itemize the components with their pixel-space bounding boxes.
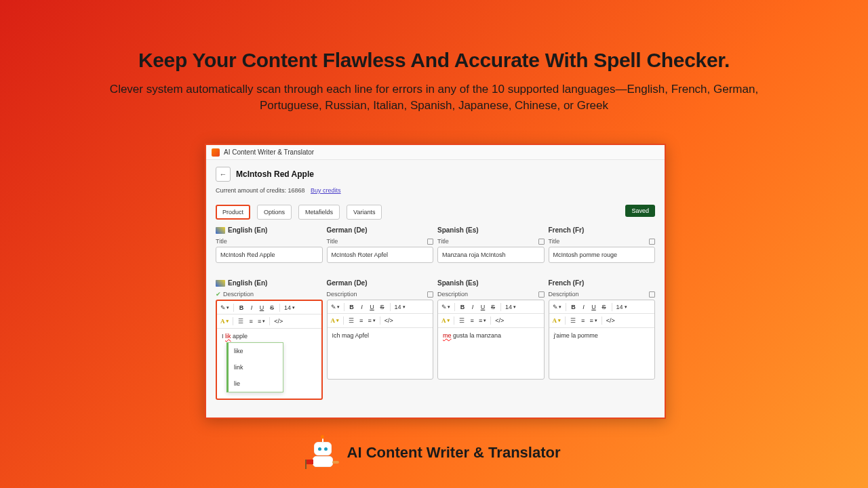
ai-magic-button[interactable] <box>330 302 340 312</box>
list-ul-button[interactable]: ☰ <box>237 317 245 326</box>
brand-name: AI Content Writer & Translator <box>347 444 561 462</box>
credits-text: Current amount of credits: 16868 <box>216 187 305 194</box>
editor-es[interactable]: B I U S 14 A ☰ ≡ ≡ </> me gusta la manza… <box>437 300 545 380</box>
bold-button[interactable]: B <box>237 303 245 312</box>
title-row: English (En) Title German (De) Title Spa… <box>206 220 665 263</box>
tab-metafields[interactable]: Metafields <box>298 205 340 220</box>
copy-icon[interactable] <box>427 291 433 298</box>
italic-button[interactable]: I <box>469 302 477 312</box>
title-label-de: Title <box>327 238 434 245</box>
strike-button[interactable]: S <box>268 303 276 312</box>
editor-body-en[interactable]: I lik apple like link lie <box>217 329 321 400</box>
editor-de[interactable]: B I U S 14 A ☰ ≡ ≡ </> Ich mag Apfel <box>327 300 434 380</box>
list-ol-button[interactable]: ≡ <box>468 316 476 325</box>
check-icon: ✔ <box>216 291 221 298</box>
editor-toolbar-2: A ☰ ≡ ≡ </> <box>328 314 433 328</box>
list-ol-button[interactable]: ≡ <box>357 316 366 325</box>
title-label-en: Title <box>216 238 323 245</box>
font-size-select[interactable]: 14 <box>505 302 517 312</box>
spell-error-word[interactable]: me <box>443 332 452 339</box>
editor-body-es[interactable]: me gusta la manzana <box>438 328 544 380</box>
ai-magic-button[interactable] <box>441 302 451 312</box>
font-size-select[interactable]: 14 <box>616 302 628 312</box>
desc-label-es: Description <box>437 291 545 298</box>
copy-icon[interactable] <box>649 291 655 298</box>
font-color-button[interactable]: A <box>552 316 561 325</box>
align-button[interactable]: ≡ <box>368 316 376 325</box>
italic-button[interactable]: I <box>358 302 366 312</box>
list-ul-button[interactable]: ☰ <box>569 316 577 325</box>
list-ol-button[interactable]: ≡ <box>579 316 587 325</box>
col-fr-desc: French (Fr) Description B I U S 14 A ☰ ≡ <box>549 279 656 400</box>
hero-title: Keep Your Content Flawless And Accurate … <box>0 0 868 72</box>
font-size-select[interactable]: 14 <box>394 302 406 312</box>
strike-button[interactable]: S <box>600 302 608 312</box>
code-button[interactable]: </> <box>384 316 394 325</box>
font-color-button[interactable]: A <box>441 316 450 325</box>
ai-magic-button[interactable] <box>552 302 562 312</box>
col-en-desc: English (En) ✔Description B I U S 14 A <box>216 279 323 400</box>
italic-button[interactable]: I <box>580 302 588 312</box>
desc-label-de: Description <box>327 291 434 298</box>
tab-product[interactable]: Product <box>216 205 250 220</box>
lang-name-en: English (En) <box>228 226 267 234</box>
align-button[interactable]: ≡ <box>478 316 487 325</box>
copy-icon[interactable] <box>427 239 433 245</box>
underline-button[interactable]: U <box>590 302 598 312</box>
list-ul-button[interactable]: ☰ <box>347 316 355 325</box>
tabs-row: Product Options Metafields Variants Save… <box>206 201 665 220</box>
product-header: ← McIntosh Red Apple <box>206 160 665 184</box>
copy-icon[interactable] <box>538 291 545 298</box>
align-button[interactable]: ≡ <box>589 316 598 325</box>
editor-en[interactable]: B I U S 14 A ☰ ≡ ≡ </> I lik ap <box>216 300 323 400</box>
code-button[interactable]: </> <box>606 316 616 325</box>
tab-options[interactable]: Options <box>257 205 292 220</box>
translate-icon <box>216 227 225 234</box>
lang-header-en-2: English (En) <box>216 279 323 287</box>
tab-variants[interactable]: Variants <box>347 205 382 220</box>
ai-magic-button[interactable] <box>220 303 230 312</box>
spell-suggestion[interactable]: lie <box>229 375 283 392</box>
brand-footer: AI Content Writer & Translator <box>0 438 868 468</box>
bold-button[interactable]: B <box>458 302 467 312</box>
italic-button[interactable]: I <box>248 303 256 312</box>
bold-button[interactable]: B <box>570 302 578 312</box>
lang-header-es-2: Spanish (Es) <box>437 279 545 287</box>
title-input-en[interactable] <box>216 247 323 263</box>
spell-suggestion[interactable]: link <box>229 359 283 375</box>
translate-icon <box>216 280 225 287</box>
font-size-select[interactable]: 14 <box>283 303 296 312</box>
title-input-fr[interactable] <box>549 247 656 263</box>
editor-fr[interactable]: B I U S 14 A ☰ ≡ ≡ </> j'aime la pomme <box>549 300 656 380</box>
editor-toolbar-2: A ☰ ≡ ≡ </> <box>217 314 321 329</box>
title-input-de[interactable] <box>327 247 434 263</box>
description-row: English (En) ✔Description B I U S 14 A <box>206 272 665 400</box>
list-ul-button[interactable]: ☰ <box>458 316 466 325</box>
underline-button[interactable]: U <box>368 302 376 312</box>
buy-credits-link[interactable]: Buy credits <box>311 187 341 194</box>
copy-icon[interactable] <box>649 239 655 245</box>
underline-button[interactable]: U <box>479 302 487 312</box>
col-de-desc: German (De) Description B I U S 14 A ☰ ≡ <box>327 279 434 400</box>
code-button[interactable]: </> <box>494 316 505 325</box>
back-button[interactable]: ← <box>216 167 231 182</box>
lang-header-en: English (En) <box>216 226 323 234</box>
font-color-button[interactable]: A <box>220 317 229 326</box>
list-ol-button[interactable]: ≡ <box>247 317 255 326</box>
align-button[interactable]: ≡ <box>257 317 266 326</box>
font-color-button[interactable]: A <box>330 316 340 325</box>
app-logo-icon <box>212 148 220 157</box>
code-button[interactable]: </> <box>273 317 283 326</box>
strike-button[interactable]: S <box>378 302 387 312</box>
editor-body-de[interactable]: Ich mag Apfel <box>328 328 433 380</box>
editor-body-fr[interactable]: j'aime la pomme <box>549 328 655 380</box>
underline-button[interactable]: U <box>258 303 266 312</box>
bold-button[interactable]: B <box>348 302 356 312</box>
title-input-es[interactable] <box>437 247 545 263</box>
lang-header-fr-2: French (Fr) <box>549 279 656 287</box>
spell-suggestion[interactable]: like <box>229 343 283 359</box>
copy-icon[interactable] <box>538 239 545 245</box>
strike-button[interactable]: S <box>489 302 497 312</box>
spell-error-word[interactable]: lik <box>225 333 231 340</box>
editor-toolbar: B I U S 14 <box>438 300 544 314</box>
